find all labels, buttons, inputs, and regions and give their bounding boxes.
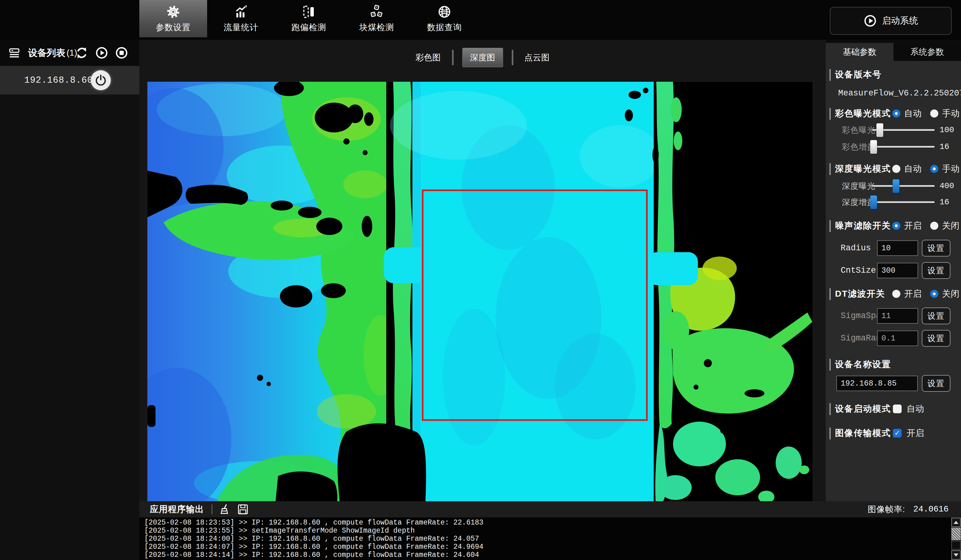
console-title: 应用程序输出 [150, 504, 204, 515]
color-exposure-value: 100 [940, 125, 954, 135]
tab-divider [452, 50, 453, 65]
radius-set-button[interactable]: 设置 [922, 240, 950, 257]
depth-exposure-handle[interactable] [893, 179, 900, 193]
section-accent [829, 359, 831, 371]
depth-exposure-label: 深度曝光 [842, 181, 876, 191]
color-gain-handle[interactable] [870, 140, 877, 154]
sigmaspace-set-button[interactable]: 设置 [922, 308, 950, 324]
gear-icon [166, 4, 181, 19]
device-name-label: 设备名称设置 [835, 358, 891, 370]
color-exposure-mode-label: 彩色曝光模式 [835, 108, 891, 119]
depth-exposure-slider[interactable] [873, 185, 935, 187]
console-panel: 应用程序输出 图像帧率: 24.0616 [139, 501, 961, 560]
cntsize-set-button[interactable]: 设置 [922, 262, 950, 279]
radius-input[interactable]: 10 [877, 241, 918, 256]
toolbar-item-label: 跑偏检测 [291, 22, 326, 33]
cntsize-input[interactable]: 300 [877, 263, 918, 278]
log-output[interactable]: [2025-02-08 18:23:53] >> IP: 192.168.8.6… [139, 517, 951, 560]
noise-filter-off-radio[interactable] [930, 222, 938, 230]
console-header: 应用程序输出 图像帧率: 24.0616 [139, 501, 961, 517]
toolbar-buttons: 参数设置 流量统计 跑偏检测 [139, 0, 478, 37]
device-start-mode-row: 设备启动模式 自动 [826, 401, 961, 417]
refresh-icon[interactable] [75, 46, 89, 60]
device-list-item[interactable]: 192.168.8.60 [0, 66, 139, 95]
color-exposure-label: 彩色曝光 [842, 125, 876, 136]
depth-image-view[interactable] [147, 82, 813, 502]
noise-filter-on-radio[interactable] [892, 222, 900, 230]
depth-gain-handle[interactable] [870, 195, 877, 209]
device-name-set-button[interactable]: 设置 [922, 375, 950, 392]
image-transfer-mode-checkbox[interactable]: ✓ [893, 429, 902, 438]
color-gain-slider[interactable] [873, 146, 935, 148]
play-all-icon[interactable] [95, 46, 109, 60]
power-icon [95, 74, 107, 87]
depth-gain-slider[interactable] [873, 202, 935, 203]
sigmarange-input[interactable]: 0.1 [877, 331, 918, 346]
image-stage: 彩色图 深度图 点云图 [139, 40, 826, 501]
device-start-mode-label: 设备启动模式 [835, 403, 891, 415]
log-scrollbar[interactable] [951, 517, 961, 560]
tab-pointcloud-image[interactable]: 点云图 [522, 50, 552, 65]
tab-divider [512, 50, 513, 65]
sigmarange-set-button[interactable]: 设置 [922, 330, 950, 347]
scroll-up-button[interactable] [951, 518, 961, 527]
device-start-mode-checkbox[interactable] [893, 404, 902, 413]
depth-exposure-mode-label: 深度曝光模式 [835, 163, 891, 175]
toolbar-item-parameter-settings[interactable]: 参数设置 [139, 0, 207, 37]
device-power-button[interactable] [91, 70, 111, 90]
device-version-label: 设备版本号 [835, 69, 882, 80]
toolbar-item-deviation-detect[interactable]: 跑偏检测 [275, 0, 343, 37]
toolbar-item-label: 流量统计 [223, 22, 259, 33]
depth-exposure-manual-radio[interactable] [930, 165, 938, 173]
sigmaspace-input[interactable]: 11 [877, 308, 918, 324]
section-accent [829, 163, 831, 175]
console-divider [212, 504, 212, 514]
color-exposure-auto-radio[interactable] [892, 109, 900, 117]
dt-filter-on-label: 开启 [904, 288, 921, 300]
device-name-input[interactable]: 192.168.8.85 [836, 375, 918, 391]
tab-color-image[interactable]: 彩色图 [413, 50, 443, 65]
depth-exposure-value: 400 [940, 181, 954, 191]
cntsize-label: CntSize [840, 266, 876, 275]
measureflow-app: 参数设置 流量统计 跑偏检测 [0, 0, 961, 560]
image-transfer-mode-row: 图像传输模式 ✓ 开启 [826, 425, 961, 441]
image-transfer-mode-option: 开启 [906, 427, 924, 439]
section-accent [829, 428, 831, 440]
color-exposure-handle[interactable] [876, 123, 883, 137]
toolbar-item-flow-statistics[interactable]: 流量统计 [207, 0, 275, 37]
panel-tabs: 基础参数 系统参数 [826, 43, 961, 61]
cntsize-row: CntSize 300 设置 [826, 261, 961, 280]
start-system-button[interactable]: 启动系统 [830, 7, 952, 35]
log-line: [2025-02-08 18:24:00] >> IP: 192.168.8.6… [144, 535, 951, 543]
framerate-value: 24.0616 [913, 505, 948, 514]
noise-filter-row: 噪声滤除开关 开启 关闭 [826, 218, 961, 234]
sigmaspace-row: SigmaSpace 11 设置 [826, 306, 961, 325]
scroll-down-button[interactable] [951, 550, 961, 560]
dt-filter-off-radio[interactable] [930, 290, 938, 298]
section-accent [829, 288, 831, 300]
clear-log-icon[interactable] [219, 503, 231, 515]
globe-icon [437, 4, 452, 19]
device-list-header: 设备列表 (1) [0, 40, 139, 66]
tab-depth-image[interactable]: 深度图 [462, 48, 503, 67]
stop-all-icon[interactable] [114, 46, 129, 60]
scrollbar-thumb[interactable] [951, 528, 961, 540]
noise-filter-label: 噪声滤除开关 [835, 220, 891, 232]
toolbar-item-coal-block-detect[interactable]: 块煤检测 [343, 0, 411, 37]
log-line: [2025-02-08 18:24:14] >> IP: 192.168.8.6… [144, 551, 951, 559]
depth-exposure-auto-radio[interactable] [892, 165, 900, 173]
color-exposure-manual-radio[interactable] [930, 109, 938, 117]
depth-exposure-mode-row: 深度曝光模式 自动 手动 [826, 161, 961, 177]
color-exposure-mode-row: 彩色曝光模式 自动 手动 [826, 106, 961, 122]
toolbar-item-data-query[interactable]: 数据查询 [411, 0, 478, 37]
save-log-icon[interactable] [237, 503, 249, 515]
radius-label: Radius [840, 244, 871, 253]
device-name-section: 设备名称设置 [826, 356, 961, 372]
view-mode-tabs: 彩色图 深度图 点云图 [413, 48, 552, 67]
device-sidebar: 设备列表 (1) 192.168.8.60 [0, 40, 139, 560]
color-exposure-slider[interactable] [873, 129, 935, 131]
tab-basic-params[interactable]: 基础参数 [826, 43, 894, 61]
depth-exposure-slider-row: 深度曝光 400 [826, 178, 961, 194]
tab-system-params[interactable]: 系统参数 [894, 43, 961, 61]
dt-filter-on-radio[interactable] [892, 290, 900, 298]
